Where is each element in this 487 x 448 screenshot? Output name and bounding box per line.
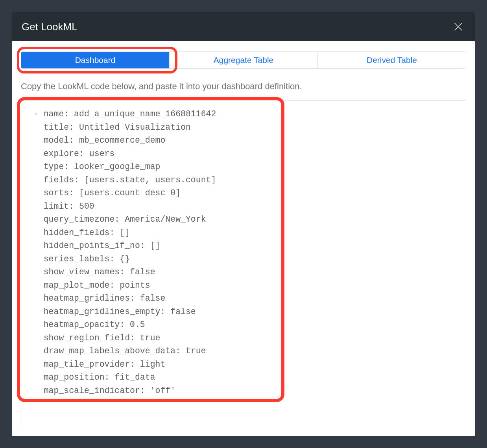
tab-label: Aggregate Table	[214, 55, 274, 65]
close-button[interactable]	[451, 20, 465, 34]
tab-label: Derived Table	[367, 55, 417, 65]
get-lookml-modal: Get LookML Dashboard Aggregate Table	[12, 12, 475, 436]
modal-header: Get LookML	[12, 12, 475, 41]
modal-body: Dashboard Aggregate Table Derived Table …	[12, 41, 475, 436]
lookml-code-textarea[interactable]	[21, 100, 466, 427]
instruction-text: Copy the LookML code below, and paste it…	[21, 81, 466, 92]
tab-label: Dashboard	[75, 55, 116, 65]
modal-backdrop: Get LookML Dashboard Aggregate Table	[0, 0, 487, 448]
tab-group: Dashboard Aggregate Table Derived Table	[21, 51, 466, 69]
tab-dashboard[interactable]: Dashboard	[21, 52, 170, 68]
code-container	[21, 100, 466, 427]
tab-derived-table[interactable]: Derived Table	[318, 52, 466, 68]
close-icon	[453, 21, 464, 32]
modal-title: Get LookML	[22, 21, 77, 33]
tab-aggregate-table[interactable]: Aggregate Table	[170, 52, 318, 68]
tabs-container: Dashboard Aggregate Table Derived Table	[21, 51, 466, 69]
